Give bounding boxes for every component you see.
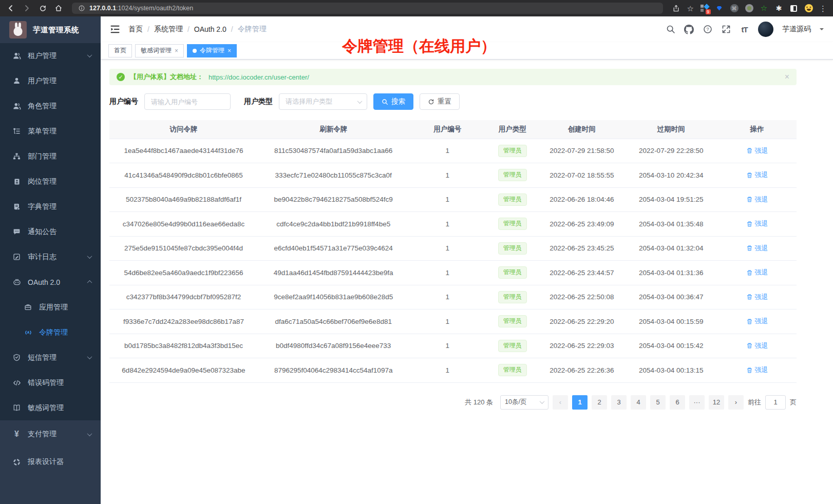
sidebar-item-audit[interactable]: 审计日志 xyxy=(0,244,101,269)
tab-home[interactable]: 首页 xyxy=(108,44,132,57)
forward-icon[interactable] xyxy=(22,4,31,13)
sidepanel-extension-icon[interactable] xyxy=(789,4,798,13)
user-type-badge: 管理员 xyxy=(498,315,527,327)
force-logout-button[interactable]: 强退 xyxy=(746,195,768,204)
tenant-users-icon xyxy=(12,51,21,60)
tab-token[interactable]: 令牌管理× xyxy=(187,44,237,57)
command-extension-icon[interactable]: ⌘ xyxy=(730,4,739,13)
reload-icon[interactable] xyxy=(38,4,47,13)
goto-page-input[interactable] xyxy=(765,395,786,410)
back-icon[interactable] xyxy=(6,4,15,13)
site-info-icon[interactable] xyxy=(78,5,85,12)
logo-rabbit-image xyxy=(9,21,27,38)
sidebar-item-sms[interactable]: 短信管理 xyxy=(0,345,101,370)
prev-page-button[interactable]: ‹ xyxy=(553,395,568,410)
page-button-5[interactable]: 5 xyxy=(650,395,666,410)
search-icon[interactable] xyxy=(666,25,675,34)
user-id-input[interactable] xyxy=(144,93,231,110)
page-button-1[interactable]: 1 xyxy=(572,395,588,410)
page-button-4[interactable]: 4 xyxy=(631,395,646,410)
force-logout-button[interactable]: 强退 xyxy=(746,146,768,156)
success-check-icon: ✓ xyxy=(117,73,125,81)
extension-blocks-icon[interactable]: 9 xyxy=(700,4,709,13)
table-row: 1ea5e44f8bc1467aaede43144f31de76811c5304… xyxy=(109,139,797,163)
pinwheel-extension-icon[interactable]: ✱ xyxy=(774,4,783,13)
sidebar-item-tenant[interactable]: 租户管理 xyxy=(0,43,101,68)
reset-button[interactable]: 重置 xyxy=(420,93,460,110)
browser-menu-icon[interactable]: ⋮ xyxy=(819,5,827,12)
tags-view-bar: 首页 敏感词管理× 令牌管理× xyxy=(101,42,833,60)
sidebar-item-oauth-token[interactable]: A 令牌管理 xyxy=(0,320,101,345)
address-bar[interactable]: 127.0.0.1:1024/system/oauth2/token xyxy=(72,3,663,14)
page-button-12[interactable]: 12 xyxy=(709,395,724,410)
next-page-button[interactable]: › xyxy=(728,395,744,410)
force-logout-button[interactable]: 强退 xyxy=(746,365,768,375)
sidebar-collapse-icon[interactable] xyxy=(110,24,120,34)
goto-label: 前往 xyxy=(748,398,761,407)
home-icon[interactable] xyxy=(54,4,63,13)
gem-extension-icon[interactable] xyxy=(715,4,724,13)
tab-sensitive[interactable]: 敏感词管理× xyxy=(135,44,184,57)
pay-yen-icon: ¥ xyxy=(12,430,21,439)
sidebar-item-errcode[interactable]: 错误码管理 xyxy=(0,370,101,395)
sidebar-item-pay[interactable]: ¥ 支付管理 xyxy=(0,420,101,448)
force-logout-button[interactable]: 强退 xyxy=(746,268,768,277)
sidebar-item-report[interactable]: 报表设计器 xyxy=(0,448,101,476)
notice-chat-icon xyxy=(12,227,21,236)
sidebar-item-user[interactable]: 用户管理 xyxy=(0,68,101,93)
app-logo[interactable]: 芋道管理系统 xyxy=(0,16,101,43)
page-ellipsis-button[interactable]: ··· xyxy=(689,395,705,410)
user-type-select[interactable]: 请选择用户类型 xyxy=(279,93,367,110)
user-type-badge: 管理员 xyxy=(498,169,527,181)
page-button-2[interactable]: 2 xyxy=(592,395,607,410)
bookmark-star-icon[interactable]: ☆ xyxy=(687,5,694,12)
close-icon[interactable]: × xyxy=(175,47,178,54)
chevron-down-icon xyxy=(87,52,92,57)
help-icon[interactable]: ? xyxy=(703,25,712,34)
doc-alert: ✓ 【用户体系】文档地址： https://doc.iocoder.cn/use… xyxy=(109,69,797,85)
sidebar-item-role[interactable]: 角色管理 xyxy=(0,93,101,119)
force-logout-button[interactable]: 强退 xyxy=(746,244,768,253)
table-row: c347026e805e4d99b0d116eae66eda8ccdfc4ce9… xyxy=(109,212,797,237)
breadcrumb-oauth[interactable]: OAuth 2.0 xyxy=(194,25,226,33)
share-icon[interactable] xyxy=(672,4,681,13)
role-icon xyxy=(12,102,21,110)
user-avatar[interactable] xyxy=(758,22,773,37)
force-logout-button[interactable]: 强退 xyxy=(746,341,768,351)
fullscreen-icon[interactable] xyxy=(721,25,731,34)
sidebar-item-dept[interactable]: 部门管理 xyxy=(0,144,101,169)
page-button-6[interactable]: 6 xyxy=(670,395,685,410)
sidebar-item-oauth-app[interactable]: 应用管理 xyxy=(0,295,101,320)
alert-close-icon[interactable]: × xyxy=(785,72,789,82)
sidebar-item-post[interactable]: 岗位管理 xyxy=(0,169,101,194)
force-logout-button[interactable]: 强退 xyxy=(746,317,768,326)
profile-avatar-icon[interactable] xyxy=(804,4,813,13)
token-broadcast-icon: A xyxy=(24,328,32,337)
force-logout-button[interactable]: 强退 xyxy=(746,293,768,302)
close-icon[interactable]: × xyxy=(228,47,231,54)
force-logout-button[interactable]: 强退 xyxy=(746,219,768,228)
sidebar-item-notice[interactable]: 通知公告 xyxy=(0,219,101,244)
breadcrumb-home[interactable]: 首页 xyxy=(128,25,143,34)
recorder-extension-icon[interactable] xyxy=(745,4,753,13)
sidebar-item-menu[interactable]: 菜单管理 xyxy=(0,119,101,144)
chevron-down-icon xyxy=(87,431,92,436)
sidebar-item-sensitive[interactable]: 敏感词管理 xyxy=(0,395,101,420)
user-name[interactable]: 芋道源码 xyxy=(782,25,811,34)
page-button-3[interactable]: 3 xyxy=(611,395,627,410)
sidebar-item-dict[interactable]: 字典管理 xyxy=(0,194,101,219)
breadcrumb-system[interactable]: 系统管理 xyxy=(154,25,183,34)
sidebar-item-oauth[interactable]: OAuth 2.0 xyxy=(0,269,101,295)
svg-text:A: A xyxy=(27,331,29,334)
token-table: 访问令牌 刷新令牌 用户编号 用户类型 创建时间 过期时间 操作 1ea5e44… xyxy=(109,120,797,383)
page-size-select[interactable]: 10条/页 xyxy=(500,395,548,410)
table-row: 54d6be82ee5a460a9aedc1f9bf22365649d1aa46… xyxy=(109,261,797,285)
search-button[interactable]: 搜索 xyxy=(373,93,413,110)
force-logout-button[interactable]: 强退 xyxy=(746,170,768,180)
caret-down-icon[interactable] xyxy=(820,28,824,32)
github-icon[interactable] xyxy=(684,25,694,34)
fontsize-icon[interactable]: tT xyxy=(740,25,749,34)
doc-link[interactable]: https://doc.iocoder.cn/user-center/ xyxy=(209,73,309,81)
chevron-down-icon xyxy=(87,254,92,259)
green-star-extension-icon[interactable]: ☆ xyxy=(760,4,768,13)
